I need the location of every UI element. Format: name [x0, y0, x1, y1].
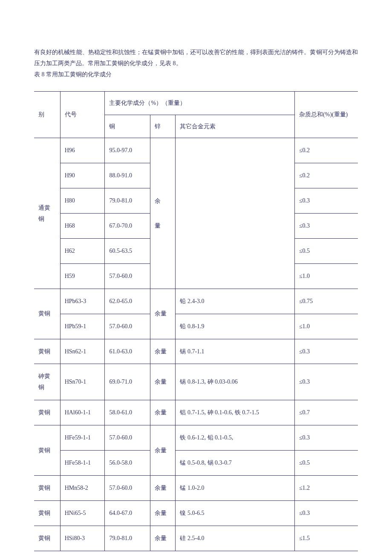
cu-cell: 57.0-60.0 [105, 263, 150, 289]
zinc-cell: 余量 [150, 339, 176, 364]
table-row: HFe58-1-1 56.0-58.0 锰 0.5-0.8, 锡 0.3-0.7… [34, 451, 358, 476]
code-cell: H96 [60, 138, 105, 163]
intro-paragraph: 有良好的机械性能、热稳定性和抗蚀性；在锰黄铜中加铝，还可以改善它的性能，得到表面… [34, 47, 358, 69]
other-cell: 硅 2.5-4.0 [176, 526, 295, 551]
other-cell: 锡 0.7-1.1 [176, 339, 295, 364]
imp-cell: ≤0.3 [294, 425, 358, 451]
table-row: 黄铜 HFe59-1-1 57.0-60.0 余量 铁 0.6-1.2, 铅 0… [34, 425, 358, 451]
category-cell: 黄铜 [34, 425, 60, 476]
code-cell: HSn70-1 [60, 364, 105, 400]
cu-cell: 61.0-63.0 [105, 339, 150, 364]
code-cell: HSi80-3 [60, 526, 105, 551]
cu-cell: 60.5-63.5 [105, 239, 150, 264]
category-cell: 黄铜 [34, 500, 60, 526]
category-cell: 黄铜 [34, 400, 60, 425]
category-cell: 黄铜 [34, 339, 60, 364]
imp-cell: ≤0.75 [294, 289, 358, 314]
code-cell: HPb59-1 [60, 314, 105, 339]
code-cell: HFe58-1-1 [60, 451, 105, 476]
col-zinc: 锌 [150, 115, 176, 138]
imp-cell: ≤0.7 [294, 400, 358, 425]
cu-cell: 57.0-60.0 [105, 314, 150, 339]
cu-cell: 79.0-81.0 [105, 188, 150, 214]
code-cell: H68 [60, 214, 105, 239]
imp-cell: ≤0.5 [294, 239, 358, 264]
table-row: 黄铜 HSi80-3 79.0-81.0 余量 硅 2.5-4.0 ≤1.5 [34, 526, 358, 551]
table-row: 砷黄铜 HSn70-1 69.0-71.0 余量 锡 0.8-1.3, 砷 0.… [34, 364, 358, 400]
col-other: 其它合金元素 [176, 115, 295, 138]
zinc-cell: 量 [150, 214, 176, 289]
cu-cell: 69.0-71.0 [105, 364, 150, 400]
category-cell: 黄铜 [34, 526, 60, 551]
zinc-cell: 余量 [150, 526, 176, 551]
table-caption: 表 8 常用加工黄铜的化学成分 [34, 69, 358, 80]
category-cell: 黄铜 [34, 475, 60, 500]
zinc-cell: 余量 [150, 425, 176, 476]
imp-cell: ≤0.3 [294, 339, 358, 364]
imp-cell: ≤0.5 [294, 451, 358, 476]
other-cell: 锡 0.8-1.3, 砷 0.03-0.06 [176, 364, 295, 400]
imp-cell: ≤1.5 [294, 526, 358, 551]
imp-cell: ≤0.3 [294, 500, 358, 526]
other-cell: 镍 5.0-6.5 [176, 500, 295, 526]
table-row: 黄铜 HMn58-2 57.0-60.0 余量 锰 1.0-2.0 ≤1.2 [34, 475, 358, 500]
table-row: 通黄铜 H96 95.0-97.0 余 ≤0.2 [34, 138, 358, 163]
table-row: 黄铜 HAl60-1-1 58.0-61.0 余量 铝 0.7-1.5, 砷 0… [34, 400, 358, 425]
code-cell: H90 [60, 163, 105, 188]
imp-cell: ≤1.0 [294, 263, 358, 289]
table-row: 黄铜 HSn62-1 61.0-63.0 余量 锡 0.7-1.1 ≤0.3 [34, 339, 358, 364]
table-row: HPb59-1 57.0-60.0 铅 0.8-1.9 ≤1.0 [34, 314, 358, 339]
other-cell: 铁 0.6-1.2, 铅 0.1-0.5, [176, 425, 295, 451]
code-cell: H59 [60, 263, 105, 289]
cu-cell: 64.0-67.0 [105, 500, 150, 526]
zinc-cell: 余量 [150, 289, 176, 339]
imp-cell: ≤1.0 [294, 314, 358, 339]
cu-cell: 88.0-91.0 [105, 163, 150, 188]
cu-cell: 57.0-60.0 [105, 425, 150, 451]
imp-cell: ≤0.3 [294, 364, 358, 400]
code-cell: HMn58-2 [60, 475, 105, 500]
category-cell: 通黄铜 [34, 138, 60, 289]
zinc-cell: 余量 [150, 500, 176, 526]
cu-cell: 56.0-58.0 [105, 451, 150, 476]
zinc-cell: 余 [150, 138, 176, 214]
brass-composition-table: 别 代号 主要化学成分（%）（重量） 杂质总和(%)(重量) 铜 锌 其它合金元… [34, 91, 358, 551]
code-cell: HFe59-1-1 [60, 425, 105, 451]
cu-cell: 57.0-60.0 [105, 475, 150, 500]
zinc-cell: 余量 [150, 364, 176, 400]
category-cell: 黄铜 [34, 289, 60, 339]
zinc-cell: 余量 [150, 400, 176, 425]
other-cell: 铝 0.7-1.5, 砷 0.1-0.6, 铁 0.7-1.5 [176, 400, 295, 425]
code-cell: HNi65-5 [60, 500, 105, 526]
other-cell: 锰 0.5-0.8, 锡 0.3-0.7 [176, 451, 295, 476]
imp-cell: ≤1.2 [294, 475, 358, 500]
col-copper: 铜 [105, 115, 150, 138]
table-row: 黄铜 HNi65-5 64.0-67.0 余量 镍 5.0-6.5 ≤0.3 [34, 500, 358, 526]
code-cell: HAl60-1-1 [60, 400, 105, 425]
table-row: 黄铜 HPb63-3 62.0-65.0 余量 铅 2.4-3.0 ≤0.75 [34, 289, 358, 314]
cu-cell: 67.0-70.0 [105, 214, 150, 239]
col-category: 别 [34, 91, 60, 138]
code-cell: HPb63-3 [60, 289, 105, 314]
table-header-row: 别 代号 主要化学成分（%）（重量） 杂质总和(%)(重量) [34, 91, 358, 115]
col-code: 代号 [60, 91, 105, 138]
code-cell: HSn62-1 [60, 339, 105, 364]
other-cell: 铅 0.8-1.9 [176, 314, 295, 339]
cu-cell: 62.0-65.0 [105, 289, 150, 314]
category-cell: 砷黄铜 [34, 364, 60, 400]
imp-cell: ≤0.3 [294, 188, 358, 214]
cu-cell: 95.0-97.0 [105, 138, 150, 163]
col-main-comp: 主要化学成分（%）（重量） [105, 91, 294, 115]
cu-cell: 79.0-81.0 [105, 526, 150, 551]
other-cell: 锰 1.0-2.0 [176, 475, 295, 500]
zinc-cell: 余量 [150, 475, 176, 500]
code-cell: H62 [60, 239, 105, 264]
other-cell: 铅 2.4-3.0 [176, 289, 295, 314]
cu-cell: 58.0-61.0 [105, 400, 150, 425]
imp-cell: ≤0.2 [294, 163, 358, 188]
col-impurity: 杂质总和(%)(重量) [294, 91, 358, 138]
other-cell [176, 138, 295, 289]
imp-cell: ≤0.3 [294, 214, 358, 239]
imp-cell: ≤0.2 [294, 138, 358, 163]
code-cell: H80 [60, 188, 105, 214]
